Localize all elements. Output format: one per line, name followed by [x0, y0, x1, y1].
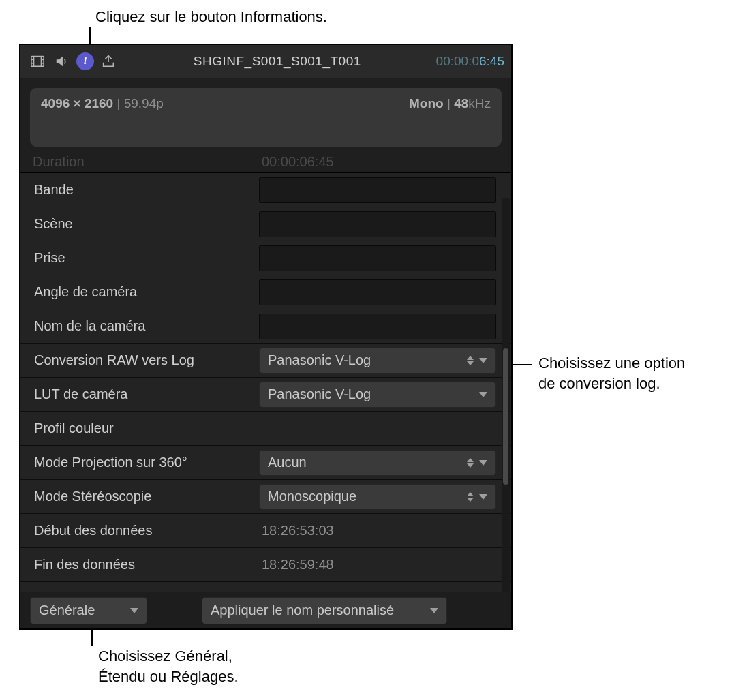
metadata-property-list: Bande Scène Prise Angle de caméra Nom de… — [20, 172, 511, 592]
share-inspector-tab-icon[interactable] — [98, 51, 119, 72]
duration-label: Duration — [33, 154, 262, 170]
label-debut-donnees: Début des données — [34, 523, 259, 538]
clip-summary: 4096 × 2160 | 59.94p Mono | 48kHz — [30, 88, 502, 147]
scrollbar-thumb[interactable] — [503, 348, 508, 485]
label-fin-donnees: Fin des données — [34, 557, 259, 573]
peek-row-duration: Duration 00:00:06:45 — [20, 153, 511, 170]
row-bande: Bande — [20, 173, 511, 207]
audio-channels-value: Mono — [409, 96, 444, 110]
label-stereoscopie: Mode Stéréoscopie — [34, 489, 259, 504]
dropdown-stereo-value: Monoscopique — [268, 489, 356, 504]
chevron-updown-icon — [467, 458, 474, 468]
duration-value: 00:00:06:45 — [262, 154, 334, 170]
dropdown-projection-360[interactable]: Aucun — [259, 450, 496, 476]
label-bande: Bande — [34, 182, 259, 198]
info-inspector-panel: i SHGINF_S001_S001_T001 00:00:06:45 4096… — [19, 44, 513, 630]
label-projection-360: Mode Projection sur 360° — [34, 455, 259, 470]
info-inspector-tab-icon[interactable]: i — [76, 52, 94, 70]
timecode-value: 6:45 — [479, 54, 504, 68]
row-raw-to-log: Conversion RAW vers Log Panasonic V-Log — [20, 344, 511, 378]
row-scene: Scène — [20, 207, 511, 241]
frame-rate-value: 59.94p — [124, 96, 164, 110]
label-camera-lut: LUT de caméra — [34, 386, 259, 402]
timecode-zero-prefix: 00:00:0 — [436, 54, 479, 68]
input-scene[interactable] — [259, 211, 496, 237]
value-debut-donnees: 18:26:53:03 — [259, 523, 334, 538]
video-inspector-tab-icon[interactable] — [27, 51, 48, 72]
audio-summary: Mono | 48kHz — [409, 96, 491, 138]
dropdown-raw-to-log[interactable]: Panasonic V-Log — [259, 348, 496, 374]
label-scene: Scène — [34, 216, 259, 232]
resolution-summary: 4096 × 2160 | 59.94p — [41, 96, 164, 138]
callout-top: Cliquez sur le bouton Informations. — [95, 7, 327, 27]
input-bande[interactable] — [259, 177, 496, 203]
dropdown-raw-value: Panasonic V-Log — [268, 352, 371, 368]
clip-timecode: 00:00:06:45 — [436, 54, 504, 69]
row-profil-couleur: Profil couleur — [20, 412, 511, 446]
row-projection-360: Mode Projection sur 360° Aucun — [20, 446, 511, 480]
dropdown-metadata-view[interactable]: Générale — [30, 597, 147, 624]
row-angle: Angle de caméra — [20, 275, 511, 309]
value-fin-donnees: 18:26:59:48 — [259, 557, 334, 573]
summary-sep: | — [113, 96, 124, 110]
row-partial-cutoff — [20, 582, 511, 592]
input-angle[interactable] — [259, 279, 496, 305]
dropdown-stereoscopie[interactable]: Monoscopique — [259, 484, 496, 510]
callout-right-l2: de conversion log. — [538, 374, 660, 394]
scrollbar-vertical[interactable] — [502, 198, 510, 592]
sample-rate-unit: kHz — [468, 96, 491, 110]
sample-rate-value: 48 — [454, 96, 468, 110]
input-prise[interactable] — [259, 245, 496, 271]
resolution-value: 4096 × 2160 — [41, 96, 113, 110]
dropdown-metadata-view-value: Générale — [39, 603, 95, 618]
chevron-updown-icon — [467, 356, 474, 365]
input-nom-camera[interactable] — [259, 314, 496, 339]
dropdown-camera-lut[interactable]: Panasonic V-Log — [259, 382, 496, 408]
row-debut-donnees: Début des données 18:26:53:03 — [20, 514, 511, 548]
inspector-footer: Générale Appliquer le nom personnalisé — [20, 592, 511, 628]
label-prise: Prise — [34, 250, 259, 266]
dropdown-apply-custom-name[interactable]: Appliquer le nom personnalisé — [202, 597, 447, 624]
row-nom-camera: Nom de la caméra — [20, 309, 511, 344]
row-prise: Prise — [20, 241, 511, 275]
clip-title: SHGINF_S001_S001_T001 — [123, 54, 432, 69]
label-raw-to-log: Conversion RAW vers Log — [34, 352, 259, 368]
callout-bottom-l1: Choisissez Général, — [98, 646, 232, 667]
callout-bottom-l2: Étendu ou Réglages. — [98, 667, 239, 687]
chevron-updown-icon — [467, 492, 474, 502]
label-nom-camera: Nom de la caméra — [34, 318, 259, 334]
dropdown-lut-value: Panasonic V-Log — [268, 386, 371, 402]
svg-rect-0 — [31, 57, 44, 67]
dropdown-projection-value: Aucun — [268, 455, 307, 470]
label-angle: Angle de caméra — [34, 284, 259, 300]
row-camera-lut: LUT de caméra Panasonic V-Log — [20, 378, 511, 412]
audio-inspector-tab-icon[interactable] — [52, 51, 72, 72]
dropdown-apply-value: Appliquer le nom personnalisé — [211, 603, 394, 618]
callout-right-l1: Choisissez une option — [538, 353, 685, 374]
summary-sep: | — [444, 96, 455, 110]
inspector-toolbar: i SHGINF_S001_S001_T001 00:00:06:45 — [20, 45, 511, 78]
row-stereoscopie: Mode Stéréoscopie Monoscopique — [20, 480, 511, 514]
label-profil-couleur: Profil couleur — [34, 421, 259, 436]
row-fin-donnees: Fin des données 18:26:59:48 — [20, 548, 511, 582]
